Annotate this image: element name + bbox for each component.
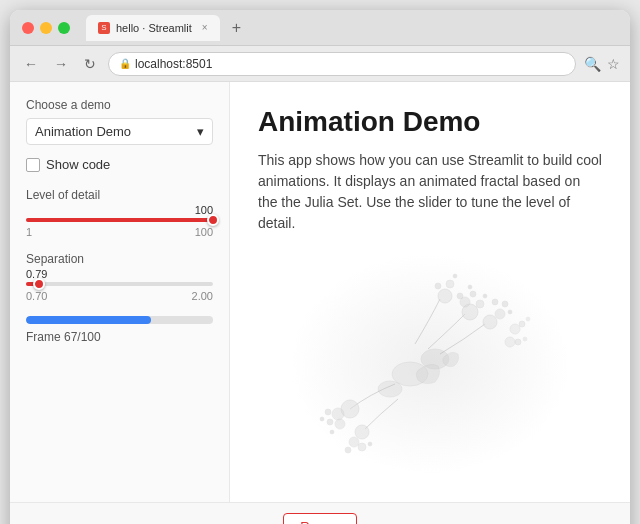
svg-point-33	[519, 321, 525, 327]
choose-demo-label: Choose a demo	[26, 98, 213, 112]
frame-label: Frame 67/100	[26, 330, 213, 344]
svg-point-6	[476, 300, 484, 308]
svg-point-21	[332, 408, 344, 420]
svg-point-37	[523, 337, 527, 341]
page-title: Animation Demo	[258, 106, 602, 138]
svg-point-25	[330, 430, 334, 434]
progress-track	[26, 316, 213, 324]
svg-point-18	[435, 283, 441, 289]
fractal-container	[258, 254, 602, 474]
svg-point-28	[349, 437, 359, 447]
demo-select[interactable]: Animation Demo ▾	[26, 118, 213, 145]
tab-label: hello · Streamlit	[116, 22, 192, 34]
tab-favicon: S	[98, 22, 110, 34]
svg-point-3	[378, 381, 402, 397]
svg-point-17	[446, 280, 454, 288]
rerun-button[interactable]: Re-run	[283, 513, 357, 524]
sidebar: Choose a demo Animation Demo ▾ Show code…	[10, 82, 230, 502]
svg-point-26	[320, 417, 324, 421]
svg-point-30	[345, 447, 351, 453]
svg-point-31	[368, 442, 372, 446]
progress-bar-section: Frame 67/100	[26, 316, 213, 344]
separation-slider-range: 0.70 2.00	[26, 290, 213, 302]
svg-point-34	[526, 317, 530, 321]
browser-toolbar: ← → ↻ 🔒 localhost:8501 🔍 ☆	[10, 46, 630, 82]
forward-button[interactable]: →	[50, 54, 72, 74]
close-button[interactable]	[22, 22, 34, 34]
detail-slider-section: Level of detail 100 1 100	[26, 188, 213, 238]
detail-slider-thumb[interactable]	[207, 214, 219, 226]
svg-point-15	[508, 310, 512, 314]
svg-point-9	[483, 294, 487, 298]
refresh-button[interactable]: ↻	[80, 54, 100, 74]
demo-select-value: Animation Demo	[35, 124, 131, 139]
svg-point-8	[457, 293, 463, 299]
svg-point-22	[335, 419, 345, 429]
browser-tab[interactable]: S hello · Streamlit ×	[86, 15, 220, 41]
svg-point-19	[453, 274, 457, 278]
detail-min: 1	[26, 226, 32, 238]
svg-point-27	[355, 425, 369, 439]
main-content: Animation Demo This app shows how you ca…	[230, 82, 630, 502]
maximize-button[interactable]	[58, 22, 70, 34]
back-button[interactable]: ←	[20, 54, 42, 74]
detail-slider-value: 100	[26, 204, 213, 216]
show-code-checkbox[interactable]	[26, 158, 40, 172]
progress-fill	[26, 316, 151, 324]
new-tab-button[interactable]: +	[232, 19, 241, 37]
detail-slider-label: Level of detail	[26, 188, 213, 202]
show-code-row: Show code	[26, 157, 213, 172]
description: This app shows how you can use Streamlit…	[258, 150, 602, 234]
browser-titlebar: S hello · Streamlit × +	[10, 10, 630, 46]
fractal-svg	[290, 254, 570, 474]
separation-slider-value: 0.79	[26, 268, 213, 280]
svg-point-16	[438, 289, 452, 303]
tab-close-icon[interactable]: ×	[202, 22, 208, 33]
svg-point-7	[470, 291, 476, 297]
svg-point-32	[510, 324, 520, 334]
toolbar-actions: 🔍 ☆	[584, 56, 620, 72]
separation-min: 0.70	[26, 290, 47, 302]
separation-slider-thumb[interactable]	[33, 278, 45, 290]
svg-point-29	[358, 443, 366, 451]
show-code-label: Show code	[46, 157, 110, 172]
svg-point-11	[483, 315, 497, 329]
bookmark-icon[interactable]: ☆	[607, 56, 620, 72]
svg-point-24	[325, 409, 331, 415]
separation-slider-label: Separation	[26, 252, 213, 266]
svg-point-10	[468, 285, 472, 289]
svg-point-14	[492, 299, 498, 305]
detail-max: 100	[195, 226, 213, 238]
dropdown-arrow-icon: ▾	[197, 124, 204, 139]
svg-point-36	[515, 339, 521, 345]
svg-point-13	[502, 301, 508, 307]
detail-slider-range: 1 100	[26, 226, 213, 238]
svg-point-23	[327, 419, 333, 425]
url-text: localhost:8501	[135, 57, 212, 71]
minimize-button[interactable]	[40, 22, 52, 34]
svg-point-12	[495, 309, 505, 319]
address-bar[interactable]: 🔒 localhost:8501	[108, 52, 576, 76]
svg-point-35	[505, 337, 515, 347]
separation-slider-track[interactable]	[26, 282, 213, 286]
lock-icon: 🔒	[119, 58, 131, 69]
rerun-bar: Re-run	[10, 502, 630, 524]
separation-slider-section: Separation 0.79 0.70 2.00	[26, 252, 213, 302]
search-icon[interactable]: 🔍	[584, 56, 601, 72]
traffic-lights	[22, 22, 70, 34]
browser-content: Choose a demo Animation Demo ▾ Show code…	[10, 82, 630, 502]
separation-max: 2.00	[192, 290, 213, 302]
browser-window: S hello · Streamlit × + ← → ↻ 🔒 localhos…	[10, 10, 630, 524]
detail-slider-track[interactable]	[26, 218, 213, 222]
detail-slider-fill	[26, 218, 213, 222]
